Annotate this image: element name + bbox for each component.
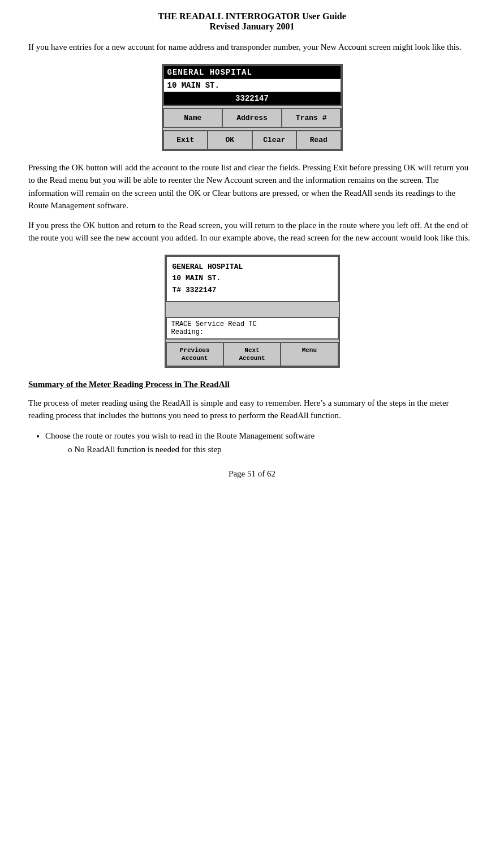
screen-top: GENERAL HOSPITAL 10 MAIN ST. 3322147 xyxy=(163,65,342,106)
read-button[interactable]: Read xyxy=(297,131,341,149)
exit-button[interactable]: Exit xyxy=(164,131,208,149)
read-screen: GENERAL HOSPITAL 10 MAIN ST. T# 3322147 … xyxy=(165,255,340,368)
page-number: Page 51 of 62 xyxy=(28,467,476,480)
new-account-screen: GENERAL HOSPITAL 10 MAIN ST. 3322147 Nam… xyxy=(162,64,343,151)
intro-paragraph: If you have entries for a new account fo… xyxy=(28,41,476,54)
screen-name-row: GENERAL HOSPITAL xyxy=(164,66,341,79)
screen-number-row: 3322147 xyxy=(164,92,341,105)
read-screen-container: GENERAL HOSPITAL 10 MAIN ST. T# 3322147 … xyxy=(28,255,476,368)
header-line1: THE READALL INTERROGATOR User Guide xyxy=(28,11,476,22)
next-account-button[interactable]: Next Account xyxy=(224,343,280,366)
sub-list-1: No ReadAll function is needed for this s… xyxy=(57,443,476,456)
header-line2: Revised January 2001 xyxy=(28,22,476,32)
read-screen-nav: Previous Account Next Account Menu xyxy=(166,342,339,367)
trace-line: TRACE Service Read TC xyxy=(171,320,333,328)
read-screen-spacer xyxy=(166,304,339,317)
clear-button[interactable]: Clear xyxy=(253,131,296,149)
summary-section-header: Summary of the Meter Reading Process in … xyxy=(28,378,476,391)
screen-bottom-buttons: Exit OK Clear Read xyxy=(163,130,342,150)
address-button[interactable]: Address xyxy=(223,109,281,127)
ok-button[interactable]: OK xyxy=(208,131,252,149)
reading-label: Reading: xyxy=(171,328,333,336)
read-name: GENERAL HOSPITAL xyxy=(173,261,332,273)
new-account-screen-container: GENERAL HOSPITAL 10 MAIN ST. 3322147 Nam… xyxy=(28,64,476,151)
read-screen-trace: TRACE Service Read TC Reading: xyxy=(166,317,339,340)
ok-explanation-paragraph: Pressing the OK button will add the acco… xyxy=(28,161,476,212)
read-screen-text: GENERAL HOSPITAL 10 MAIN ST. T# 3322147 xyxy=(166,256,339,302)
page-footer: Page 51 of 62 xyxy=(28,467,476,480)
previous-account-button[interactable]: Previous Account xyxy=(167,343,223,366)
read-address: 10 MAIN ST. xyxy=(173,273,332,285)
trans-button[interactable]: Trans # xyxy=(282,109,341,127)
screen-top-buttons: Name Address Trans # xyxy=(163,108,342,128)
return-explanation-paragraph: If you press the OK button and return to… xyxy=(28,219,476,244)
summary-list: Choose the route or routes you wish to r… xyxy=(45,429,476,456)
screen-address-row: 10 MAIN ST. xyxy=(164,79,341,92)
bullet-item-1: Choose the route or routes you wish to r… xyxy=(45,429,476,456)
sub-item-1: No ReadAll function is needed for this s… xyxy=(68,443,476,456)
summary-intro-paragraph: The process of meter reading using the R… xyxy=(28,397,476,422)
page-header: THE READALL INTERROGATOR User Guide Revi… xyxy=(28,11,476,32)
name-button[interactable]: Name xyxy=(164,109,222,127)
read-transponder: T# 3322147 xyxy=(173,285,332,297)
menu-button[interactable]: Menu xyxy=(281,343,337,366)
